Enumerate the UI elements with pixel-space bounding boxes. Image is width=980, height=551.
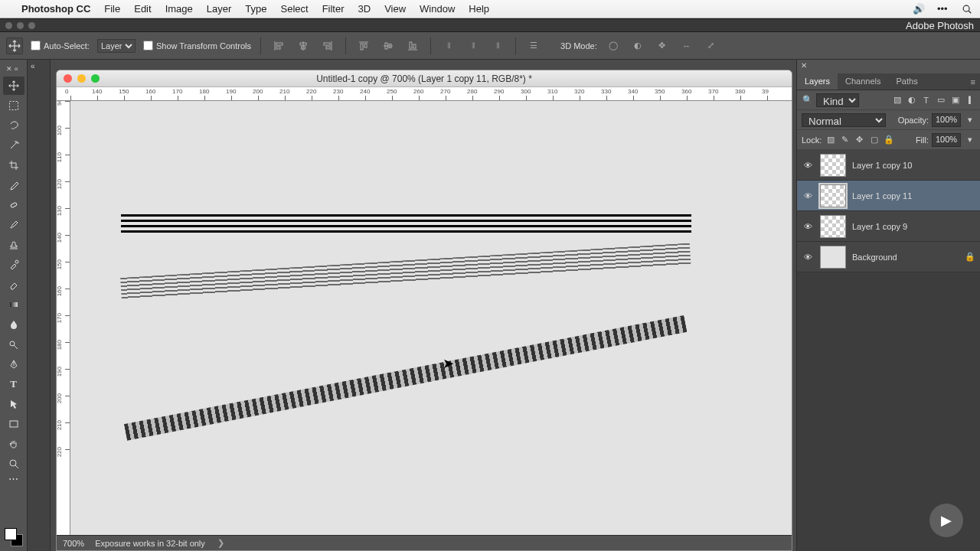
spotlight-icon[interactable] [962, 4, 972, 15]
layer-row[interactable]: 👁Background🔒 [797, 242, 980, 272]
panel-menu-icon[interactable]: ≡ [971, 77, 975, 86]
visibility-icon[interactable]: 👁 [802, 222, 814, 231]
wand-tool[interactable] [3, 136, 24, 155]
layer-thumbnail[interactable] [820, 154, 846, 177]
align-right-icon[interactable] [319, 37, 336, 54]
gradient-tool[interactable] [3, 295, 24, 314]
chevron-down-icon[interactable]: ▾ [964, 114, 975, 126]
text-tool[interactable]: T [3, 375, 24, 393]
3d-orbit-icon[interactable]: ◯ [605, 37, 622, 54]
shape-tool[interactable] [3, 415, 24, 433]
stamp-tool[interactable] [3, 236, 24, 254]
distribute-h1-icon[interactable]: ⦀ [440, 37, 457, 54]
blur-tool[interactable] [3, 315, 24, 334]
layer-row[interactable]: 👁Layer 1 copy 10 [797, 150, 980, 181]
blend-mode-select[interactable]: Normal [802, 113, 886, 127]
lock-trans-icon[interactable]: ▨ [825, 134, 836, 145]
menu-type[interactable]: Type [245, 3, 266, 15]
lock-all-icon[interactable]: 🔒 [883, 134, 894, 145]
visibility-icon[interactable]: 👁 [802, 191, 814, 201]
layer-name[interactable]: Layer 1 copy 9 [852, 222, 907, 231]
filter-search-icon[interactable]: 🔍 [802, 94, 813, 106]
canvas[interactable]: ➤ [70, 101, 792, 535]
menu-view[interactable]: View [384, 3, 406, 15]
panel-close-icon[interactable]: ✕ [797, 60, 980, 73]
overflow-icon[interactable]: ••• [937, 3, 948, 15]
menu-layer[interactable]: Layer [207, 3, 232, 15]
crop-tool[interactable] [3, 156, 24, 174]
menu-filter[interactable]: Filter [322, 3, 345, 15]
volume-icon[interactable]: 🔊 [913, 3, 923, 15]
3d-roll-icon[interactable]: ◐ [629, 37, 646, 54]
tab-channels[interactable]: Channels [838, 73, 888, 90]
status-flyout-icon[interactable]: ❯ [217, 538, 224, 548]
window-zoom-button[interactable] [91, 74, 100, 83]
lock-artboard-icon[interactable]: ▢ [868, 134, 880, 145]
heal-tool[interactable] [3, 196, 24, 214]
tab-paths[interactable]: Paths [889, 73, 926, 90]
layer-thumbnail[interactable] [820, 215, 846, 238]
distribute-h2-icon[interactable]: ⦀ [465, 37, 482, 54]
filter-kind-select[interactable]: Kind [816, 93, 859, 107]
menu-3d[interactable]: 3D [358, 3, 371, 15]
3d-scale-icon[interactable]: ⤢ [703, 37, 720, 54]
3d-slide-icon[interactable]: ↔ [678, 37, 695, 54]
menu-image[interactable]: Image [165, 3, 193, 15]
document-titlebar[interactable]: Untitled-1 copy @ 700% (Layer 1 copy 11,… [57, 70, 792, 87]
status-info[interactable]: Exposure works in 32-bit only [95, 539, 205, 548]
distribute-h3-icon[interactable]: ⦀ [489, 37, 506, 54]
collapse-icon[interactable]: « [28, 60, 50, 73]
close-tab-icon[interactable]: ✕ « [0, 63, 21, 75]
layer-name[interactable]: Background [852, 253, 897, 262]
hand-tool[interactable] [3, 435, 24, 453]
ruler-horizontal[interactable]: 0140150160170180190200210220230240250260… [57, 87, 792, 101]
3d-pan-icon[interactable]: ✥ [654, 37, 671, 54]
filter-toggle-icon[interactable]: ⏽ [964, 94, 975, 106]
layer-row[interactable]: 👁Layer 1 copy 11 [797, 181, 980, 211]
dodge-tool[interactable] [3, 335, 24, 354]
visibility-icon[interactable]: 👁 [802, 161, 814, 170]
eyedropper-tool[interactable] [3, 176, 24, 194]
align-top-icon[interactable] [355, 37, 372, 54]
layer-name[interactable]: Layer 1 copy 11 [852, 191, 912, 201]
opacity-value[interactable]: 100% [932, 113, 961, 127]
auto-align-icon[interactable]: ☰ [525, 37, 542, 54]
zoom-value[interactable]: 700% [63, 539, 84, 548]
align-hcenter-icon[interactable] [295, 37, 312, 54]
window-close-button[interactable] [64, 74, 72, 83]
layer-row[interactable]: 👁Layer 1 copy 9 [797, 211, 980, 242]
path-select-tool[interactable] [3, 395, 24, 413]
marquee-tool[interactable] [3, 96, 24, 115]
align-left-icon[interactable] [270, 37, 287, 54]
menu-window[interactable]: Window [420, 3, 455, 15]
app-menu[interactable]: Photoshop CC [21, 3, 90, 15]
move-tool-icon[interactable] [6, 37, 23, 54]
window-minimize-button[interactable] [77, 74, 86, 83]
play-overlay-icon[interactable]: ▶ [929, 504, 963, 537]
lock-position-icon[interactable]: ✥ [854, 134, 865, 145]
filter-pixel-icon[interactable]: ▧ [891, 94, 903, 106]
menu-edit[interactable]: Edit [134, 3, 151, 15]
layers-list[interactable]: 👁Layer 1 copy 10👁Layer 1 copy 11👁Layer 1… [797, 150, 980, 551]
fg-color-swatch[interactable] [5, 528, 17, 540]
chevron-down-icon[interactable]: ▾ [964, 134, 975, 145]
filter-adjust-icon[interactable]: ◐ [906, 94, 917, 106]
eraser-tool[interactable] [3, 276, 24, 294]
lock-pixels-icon[interactable]: ✎ [839, 134, 851, 145]
auto-select-target[interactable]: Layer [97, 39, 136, 53]
fill-value[interactable]: 100% [932, 133, 961, 147]
align-bottom-icon[interactable] [404, 37, 421, 54]
filter-type-icon[interactable]: T [920, 94, 932, 106]
zoom-tool[interactable] [3, 455, 24, 473]
menu-file[interactable]: File [104, 3, 120, 15]
tab-layers[interactable]: Layers [797, 73, 838, 90]
auto-select-check[interactable]: Auto-Select: [31, 41, 90, 51]
menu-select[interactable]: Select [280, 3, 308, 15]
layer-name[interactable]: Layer 1 copy 10 [852, 161, 912, 170]
ruler-vertical[interactable]: 9010011012013014015016017018019020021022… [57, 101, 70, 535]
visibility-icon[interactable]: 👁 [802, 253, 814, 262]
filter-smart-icon[interactable]: ▣ [949, 94, 961, 106]
brush-tool[interactable] [3, 216, 24, 234]
color-swatches[interactable] [5, 528, 23, 546]
layer-thumbnail[interactable] [820, 184, 846, 207]
